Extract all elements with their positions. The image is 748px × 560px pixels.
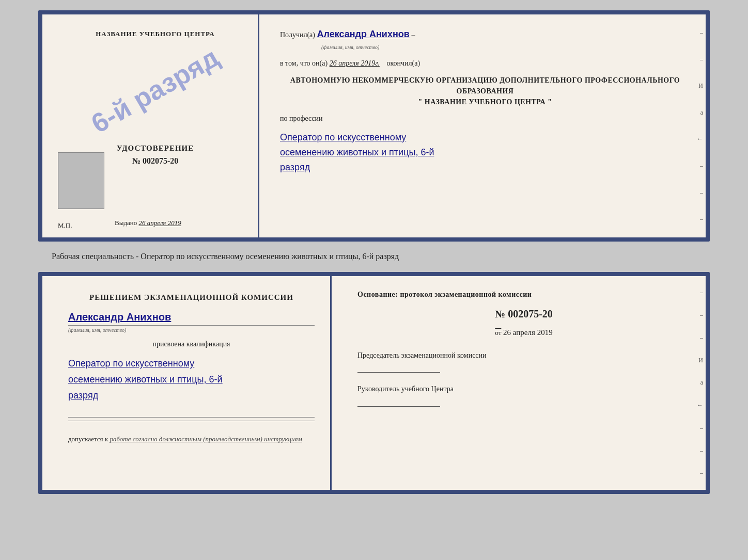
received-line: Получил(а) Александр Анихнов – (фамилия,… — [280, 27, 690, 52]
director-block: Руководитель учебного Центра — [357, 384, 690, 407]
date-suffix: окончил(а) — [386, 59, 420, 67]
vydano-line: Выдано 26 апреля 2019 — [68, 219, 247, 227]
udostoverenie-block: УДОСТОВЕРЕНИЕ № 002075-20 — [117, 142, 194, 168]
protocol-date: от 26 апреля 2019 — [357, 328, 690, 337]
protocol-number: № 002075-20 — [357, 308, 690, 320]
dopuskaetsya-prefix: допускается к — [68, 435, 108, 443]
photo-placeholder — [58, 152, 104, 209]
chairman-signature-line — [357, 363, 440, 373]
bottom-right-decorations: – – – И а ← – – – — [690, 276, 706, 490]
director-signature-line — [357, 397, 440, 407]
profession-label-text: по профессии — [280, 115, 690, 123]
top-right-panel: Получил(а) Александр Анихнов – (фамилия,… — [259, 14, 706, 237]
bottom-person-subtitle: (фамилия, имя, отчество) — [68, 327, 315, 333]
bottom-person-block: Александр Анихнов (фамилия, имя, отчеств… — [68, 310, 315, 333]
protocol-date-value: 26 апреля 2019 — [503, 328, 553, 337]
signature-section: Председатель экзаменационной комиссии Ру… — [357, 350, 690, 407]
chairman-label: Председатель экзаменационной комиссии — [357, 350, 690, 361]
dopuskaetsya-value: работе согласно должностным (производств… — [110, 435, 302, 443]
bottom-qualification: Оператор по искусственному осеменению жи… — [68, 356, 315, 403]
stamp-text: 6-й разряд — [87, 43, 224, 137]
mp-label: М.П. — [58, 221, 72, 230]
udostoverenie-number: № 002075-20 — [117, 154, 194, 168]
right-decorations: – – И а ← – – – — [690, 14, 706, 237]
assigned-label: присвоена квалификация — [68, 340, 315, 348]
bottom-left-panel: Решением экзаменационной комиссии Алекса… — [42, 276, 332, 490]
top-document: НАЗВАНИЕ УЧЕБНОГО ЦЕНТРА 6-й разряд УДОС… — [38, 10, 710, 242]
received-subtitle: (фамилия, имя, отчество) — [321, 44, 379, 50]
bottom-person-name: Александр Анихнов — [68, 310, 315, 324]
date-line: в том, что он(а) 26 апреля 2019г. окончи… — [280, 59, 690, 68]
profession-value: Оператор по искусственному осеменению жи… — [280, 130, 690, 174]
subtitle-text: Рабочая специальность - Оператор по иску… — [10, 251, 399, 262]
director-label: Руководитель учебного Центра — [357, 384, 690, 394]
org-name: АВТОНОМНУЮ НЕКОММЕРЧЕСКУЮ ОРГАНИЗАЦИЮ ДО… — [280, 75, 690, 107]
school-name-top: НАЗВАНИЕ УЧЕБНОГО ЦЕНТРА — [96, 30, 215, 39]
osnование-title: Основание: протокол экзаменационной коми… — [357, 289, 690, 300]
date-prefix: в том, что он(а) — [280, 59, 328, 67]
received-name: Александр Анихнов — [317, 29, 409, 39]
stamp-container: 6-й разряд — [99, 49, 212, 132]
bottom-right-panel: Основание: протокол экзаменационной коми… — [332, 276, 706, 490]
dopuskaetsya-line: допускается к работе согласно должностны… — [68, 435, 315, 443]
komissia-title: Решением экзаменационной комиссии — [68, 292, 315, 303]
date-value: 26 апреля 2019г. — [330, 59, 380, 67]
protocol-date-prefix: от — [495, 329, 501, 337]
vydano-label: Выдано — [115, 219, 137, 227]
vydano-date: 26 апреля 2019 — [139, 219, 181, 227]
top-left-panel: НАЗВАНИЕ УЧЕБНОГО ЦЕНТРА 6-й разряд УДОС… — [42, 14, 259, 237]
chairman-block: Председатель экзаменационной комиссии — [357, 350, 690, 373]
stamp-diagonal: 6-й разряд — [99, 49, 212, 132]
received-prefix: Получил(а) — [280, 31, 315, 39]
udostoverenie-title: УДОСТОВЕРЕНИЕ — [117, 142, 194, 154]
bottom-document: Решением экзаменационной комиссии Алекса… — [38, 272, 710, 494]
